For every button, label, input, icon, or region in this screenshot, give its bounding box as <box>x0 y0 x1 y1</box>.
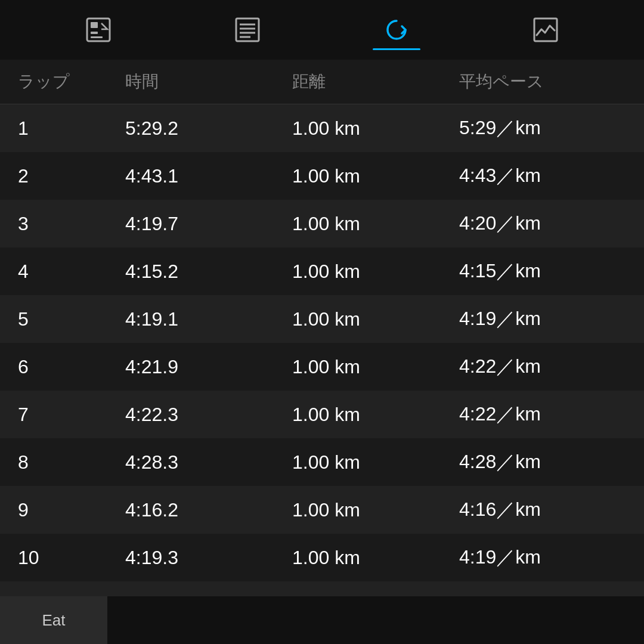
cell-pace-4: 4:15／km <box>459 258 626 284</box>
nav-bar <box>0 0 644 60</box>
cell-lap-2: 2 <box>18 165 125 187</box>
table-row: 8 4:28.3 1.00 km 4:28／km <box>0 438 644 486</box>
nav-item-list[interactable] <box>224 12 271 48</box>
cell-pace-6: 4:22／km <box>459 354 626 380</box>
cell-lap-5: 5 <box>18 308 125 330</box>
cell-distance-9: 1.00 km <box>292 499 459 521</box>
cell-lap-1: 1 <box>18 117 125 140</box>
header-time: 時間 <box>125 70 292 93</box>
cell-lap-7: 7 <box>18 404 125 426</box>
cell-time-5: 4:19.1 <box>125 308 292 330</box>
cell-time-1: 5:29.2 <box>125 117 292 140</box>
cell-pace-11: 4:42／km <box>459 592 626 596</box>
table-row: 7 4:22.3 1.00 km 4:22／km <box>0 391 644 438</box>
cell-lap-3: 3 <box>18 213 125 235</box>
table-row: 2 4:43.1 1.00 km 4:43／km <box>0 152 644 200</box>
cell-time-8: 4:28.3 <box>125 451 292 473</box>
svg-rect-3 <box>91 36 103 38</box>
cell-distance-8: 1.00 km <box>292 451 459 473</box>
cell-pace-7: 4:22／km <box>459 401 626 428</box>
cell-distance-1: 1.00 km <box>292 117 459 140</box>
table-row: 5 4:19.1 1.00 km 4:19／km <box>0 295 644 343</box>
cell-pace-5: 4:19／km <box>459 306 626 332</box>
header-distance: 距離 <box>292 70 459 93</box>
cell-time-3: 4:19.7 <box>125 213 292 235</box>
cell-distance-4: 1.00 km <box>292 261 459 283</box>
list-icon <box>233 15 262 45</box>
cell-distance-5: 1.00 km <box>292 308 459 330</box>
cell-pace-3: 4:20／km <box>459 210 626 237</box>
svg-rect-1 <box>91 22 98 28</box>
bottom-bar: Eat <box>0 596 644 644</box>
cell-pace-2: 4:43／km <box>459 163 626 189</box>
table-row: 1 5:29.2 1.00 km 5:29／km <box>0 104 644 152</box>
cell-pace-10: 4:19／km <box>459 544 626 571</box>
table-row: 9 4:16.2 1.00 km 4:16／km <box>0 486 644 534</box>
cell-time-2: 4:43.1 <box>125 165 292 187</box>
cell-lap-6: 6 <box>18 356 125 378</box>
activities-icon <box>83 15 113 45</box>
table-row: 11 2:25.8 0.52 km 4:42／km <box>0 581 644 596</box>
table-header: ラップ 時間 距離 平均ペース <box>0 60 644 104</box>
cell-time-6: 4:21.9 <box>125 356 292 378</box>
svg-rect-2 <box>91 32 98 34</box>
app-container: ラップ 時間 距離 平均ペース 1 5:29.2 1.00 km 5:29／km… <box>0 0 644 644</box>
table-row: 10 4:19.3 1.00 km 4:19／km <box>0 534 644 581</box>
cell-pace-9: 4:16／km <box>459 497 626 523</box>
table-container: ラップ 時間 距離 平均ペース 1 5:29.2 1.00 km 5:29／km… <box>0 60 644 596</box>
cell-distance-3: 1.00 km <box>292 213 459 235</box>
table-row: 3 4:19.7 1.00 km 4:20／km <box>0 200 644 247</box>
nav-item-chart[interactable] <box>522 12 569 48</box>
cell-distance-10: 1.00 km <box>292 547 459 569</box>
laps-icon <box>382 15 411 45</box>
table-body: 1 5:29.2 1.00 km 5:29／km 2 4:43.1 1.00 k… <box>0 104 644 596</box>
cell-distance-2: 1.00 km <box>292 165 459 187</box>
cell-time-4: 4:15.2 <box>125 261 292 283</box>
header-pace: 平均ペース <box>459 70 626 93</box>
cell-time-10: 4:19.3 <box>125 547 292 569</box>
chart-icon <box>531 15 561 45</box>
cell-lap-10: 10 <box>18 547 125 569</box>
cell-lap-9: 9 <box>18 499 125 521</box>
cell-pace-8: 4:28／km <box>459 449 626 475</box>
cell-time-7: 4:22.3 <box>125 404 292 426</box>
cell-lap-4: 4 <box>18 261 125 283</box>
cell-pace-1: 5:29／km <box>459 115 626 141</box>
cell-distance-6: 1.00 km <box>292 356 459 378</box>
header-lap: ラップ <box>18 70 125 93</box>
cell-distance-7: 1.00 km <box>292 404 459 426</box>
table-row: 4 4:15.2 1.00 km 4:15／km <box>0 247 644 295</box>
table-row: 6 4:21.9 1.00 km 4:22／km <box>0 343 644 391</box>
nav-item-activities[interactable] <box>75 12 122 48</box>
bottom-tab-eat[interactable]: Eat <box>0 596 107 644</box>
cell-time-9: 4:16.2 <box>125 499 292 521</box>
nav-item-laps[interactable] <box>373 12 420 48</box>
cell-lap-8: 8 <box>18 451 125 473</box>
